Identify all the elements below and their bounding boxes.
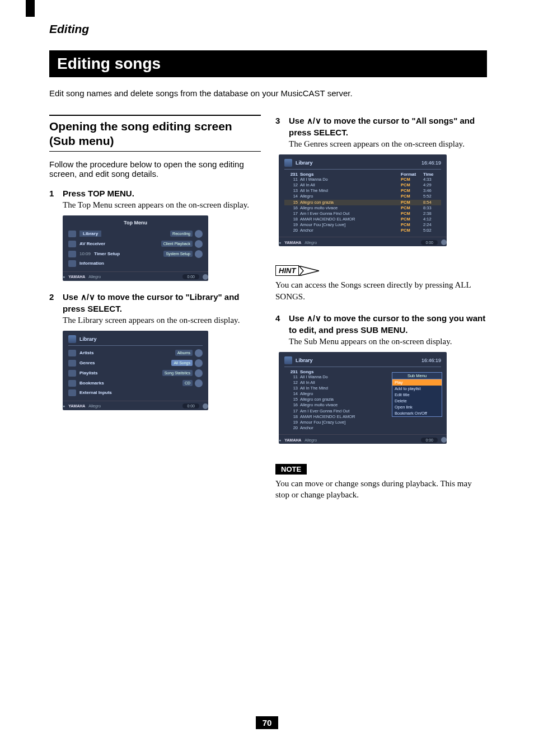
table-header: 231 Songs Format Time (284, 172, 441, 177)
category-icon (68, 360, 76, 367)
screenshot-sub-menu: Library 16:46:19 231 Songs 11All I Wanna… (279, 352, 447, 444)
note-label: NOTE (275, 464, 307, 475)
menu-tile-icon (195, 230, 203, 238)
screenshot-songs-list: Library 16:46:19 231 Songs Format Time 1… (279, 154, 447, 246)
step-description: The Genres screen appears on the on-scre… (289, 139, 487, 149)
brand-label: YAMAHA (284, 438, 301, 442)
category-icon (68, 350, 76, 356)
submenu-item: Bookmark On/Off (392, 410, 442, 416)
rule (49, 115, 261, 116)
submenu-item: Edit title (392, 392, 442, 398)
song-duration: 8:54 (423, 200, 440, 205)
menu-tile-label: System Setup (163, 251, 193, 257)
row-number: 13 (285, 386, 300, 391)
step-title: Use ∧/∨ to move the cursor to "All songs… (289, 115, 487, 138)
step-number: 1 (49, 187, 57, 199)
song-count: 231 (285, 369, 300, 374)
song-name: Am I Ever Gonna Find Out (300, 408, 401, 414)
submenu-item: Open link (392, 404, 442, 410)
status-dot-icon (203, 274, 208, 280)
song-format: PCM (401, 182, 423, 188)
step-number: 3 (275, 115, 283, 138)
play-icon: ● (279, 241, 281, 245)
clock: 16:46:19 (421, 160, 441, 166)
table-row: 11All I Wanna DoPCM4:33 (284, 177, 441, 182)
menu-item-label: Bookmarks (79, 381, 104, 386)
category-icon (68, 370, 76, 377)
row-number: 19 (285, 222, 300, 228)
step-number: 4 (275, 312, 283, 336)
table-row: 14AllegroPCM5:52 (284, 194, 441, 199)
song-name: Allegro (300, 194, 401, 199)
info-icon (68, 260, 76, 267)
song-name: Allegro con grazia (300, 200, 401, 205)
app-logo-icon (68, 335, 76, 343)
category-icon (68, 389, 76, 396)
hint-arrow-icon (299, 266, 319, 276)
song-name: All In The Mind (300, 188, 401, 194)
hint-text: You can access the Songs screen directly… (275, 279, 487, 302)
col-songs: Songs (300, 369, 401, 374)
step-description: The Sub Menu appears on the on-screen di… (289, 337, 487, 346)
now-playing-track: Allegro (88, 404, 101, 408)
menu-item-label: AV Receiver (79, 241, 105, 246)
row-number: 18 (285, 414, 300, 420)
table-row: 18AMAR HACIENDO EL AMORPCM4:12 (284, 217, 441, 222)
song-format: PCM (401, 177, 423, 182)
table-row: 12All In AllPCM4:29 (284, 182, 441, 188)
row-number: 12 (285, 380, 300, 386)
menu-tile-icon (195, 240, 203, 248)
play-icon: ● (279, 438, 281, 442)
elapsed-time: 0:00 (421, 240, 438, 245)
row-number: 16 (285, 402, 300, 408)
lead-text: Follow the procedure below to open the s… (49, 159, 261, 179)
menu-item-label: External Inputs (79, 390, 112, 395)
row-number: 14 (285, 391, 300, 397)
song-format: PCM (401, 188, 423, 194)
screenshot-library: Library ArtistsAlbumsGenresAll SongsPlay… (63, 331, 208, 410)
app-logo-icon (284, 356, 292, 364)
col-format: Format (401, 172, 423, 177)
song-count: 231 (285, 172, 300, 177)
menu-row: 10:09Timer SetupSystem Setup (68, 249, 203, 259)
status-dot-icon (441, 437, 447, 443)
submenu-title: Sub Menu (392, 373, 442, 379)
row-number: 15 (285, 397, 300, 402)
av-icon (68, 241, 76, 247)
menu-row: GenresAll Songs (68, 358, 203, 368)
song-duration: 4:29 (423, 182, 440, 188)
step-title: Use ∧/∨ to move the cursor to "Library" … (63, 291, 261, 314)
song-format: PCM (401, 211, 423, 217)
row-number: 20 (285, 228, 300, 233)
step-title: Press TOP MENU. (63, 187, 261, 199)
song-name: Anchor (300, 228, 401, 233)
menu-row: LibraryRecording (68, 229, 203, 239)
table-row: 20AnchorPCM5:02 (284, 228, 441, 233)
song-duration: 2:38 (423, 211, 440, 217)
song-duration: 3:46 (423, 188, 440, 194)
menu-tile-icon (195, 369, 203, 377)
menu-item-label: Genres (79, 360, 95, 365)
menu-row: PlaylistsSong Statistics (68, 368, 203, 378)
song-format: PCM (401, 222, 423, 228)
menu-row: BookmarksCD (68, 378, 203, 388)
page-number: 70 (0, 718, 534, 728)
menu-row: External Inputs (68, 388, 203, 397)
menu-tile-label: CD (182, 380, 193, 386)
song-format: PCM (401, 217, 423, 222)
breadcrumb-library: Library (296, 358, 313, 363)
submenu-item: Add to playlist (392, 386, 442, 392)
play-icon: ● (63, 275, 65, 279)
menu-tile-icon (195, 359, 203, 367)
song-duration: 8:33 (423, 205, 440, 211)
status-dot-icon (441, 240, 447, 245)
submenu-item: Play (392, 379, 442, 386)
table-row: 15Allegro con graziaPCM8:54 (284, 200, 441, 205)
step-number: 2 (49, 291, 57, 314)
row-number: 17 (285, 211, 300, 217)
elapsed-time: 0:00 (182, 274, 199, 279)
clock: 16:46:19 (421, 358, 441, 363)
song-name: All I Wanna Do (300, 177, 401, 182)
row-number: 20 (285, 425, 300, 431)
screen-title: Top Menu (68, 220, 203, 226)
